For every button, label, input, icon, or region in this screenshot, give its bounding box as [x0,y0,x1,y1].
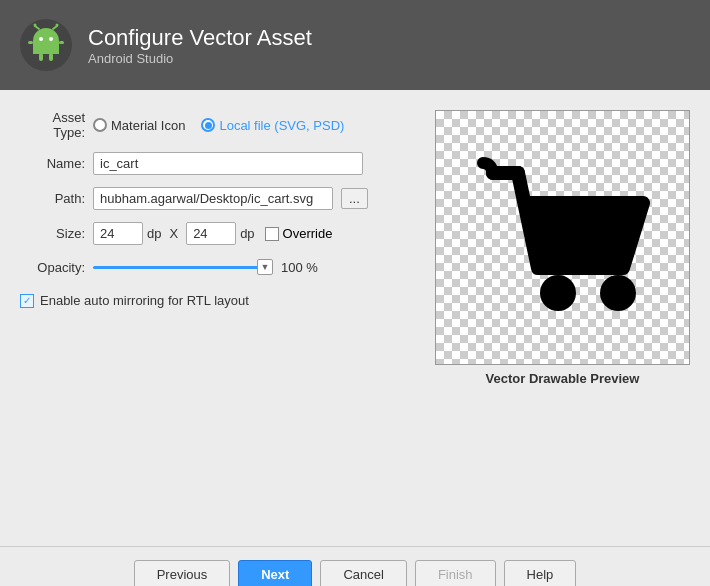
auto-mirror-row[interactable]: Enable auto mirroring for RTL layout [20,293,415,308]
main-content: Asset Type: Material Icon Local file (SV… [0,90,710,546]
title-text: Configure Vector Asset Android Studio [88,25,312,66]
local-file-radio[interactable] [201,118,215,132]
svg-rect-12 [59,41,64,44]
svg-rect-9 [39,53,43,61]
local-file-option[interactable]: Local file (SVG, PSD) [201,118,344,133]
asset-type-radio-group: Material Icon Local file (SVG, PSD) [93,118,344,133]
path-input[interactable] [93,187,333,210]
svg-point-7 [39,37,43,41]
slider-thumb[interactable]: ▼ [257,259,273,275]
help-button[interactable]: Help [504,560,577,586]
auto-mirror-label: Enable auto mirroring for RTL layout [40,293,249,308]
asset-type-row: Asset Type: Material Icon Local file (SV… [20,110,415,140]
material-icon-label: Material Icon [111,118,185,133]
dialog-title: Configure Vector Asset [88,25,312,51]
opacity-slider[interactable]: ▼ [93,257,273,277]
path-label: Path: [20,191,85,206]
material-icon-option[interactable]: Material Icon [93,118,185,133]
svg-point-8 [49,37,53,41]
size-width-input[interactable] [93,222,143,245]
size-label: Size: [20,226,85,241]
path-row: Path: ... [20,187,415,210]
svg-rect-10 [49,53,53,61]
preview-label: Vector Drawable Preview [486,371,640,386]
previous-button[interactable]: Previous [134,560,231,586]
cancel-button[interactable]: Cancel [320,560,406,586]
x-label: X [169,226,178,241]
material-icon-radio[interactable] [93,118,107,132]
right-panel: Vector Drawable Preview [435,110,690,546]
finish-button[interactable]: Finish [415,560,496,586]
name-input[interactable] [93,152,363,175]
svg-point-6 [56,24,59,27]
title-bar: Configure Vector Asset Android Studio [0,0,710,90]
dp-label-2: dp [240,226,254,241]
svg-point-14 [540,275,576,311]
name-label: Name: [20,156,85,171]
opacity-row: Opacity: ▼ 100 % [20,257,415,277]
size-row: Size: dp X dp Override [20,222,415,245]
dp-label-1: dp [147,226,161,241]
svg-point-15 [600,275,636,311]
dialog-subtitle: Android Studio [88,51,312,66]
opacity-value: 100 % [281,260,318,275]
auto-mirror-checkbox[interactable] [20,294,34,308]
cart-preview-svg [463,138,663,338]
svg-point-4 [34,24,37,27]
next-button[interactable]: Next [238,560,312,586]
asset-type-label: Asset Type: [20,110,85,140]
override-row[interactable]: Override [265,226,333,241]
size-inputs: dp X dp Override [93,222,332,245]
local-file-label: Local file (SVG, PSD) [219,118,344,133]
size-height-input[interactable] [186,222,236,245]
override-label: Override [283,226,333,241]
svg-rect-11 [28,41,33,44]
name-row: Name: [20,152,415,175]
opacity-label: Opacity: [20,260,85,275]
left-panel: Asset Type: Material Icon Local file (SV… [20,110,415,546]
bottom-bar: Previous Next Cancel Finish Help [0,546,710,586]
slider-track: ▼ [93,266,273,269]
preview-box [435,110,690,365]
browse-button[interactable]: ... [341,188,368,209]
svg-rect-2 [33,41,59,54]
override-checkbox[interactable] [265,227,279,241]
android-logo [20,19,72,71]
